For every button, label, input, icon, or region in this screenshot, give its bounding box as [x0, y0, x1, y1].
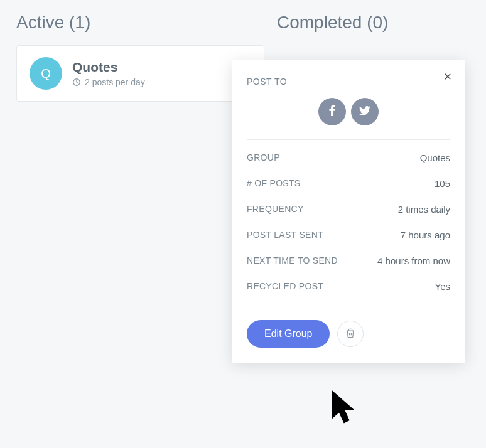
- card-subtitle: 2 posts per day: [72, 77, 145, 87]
- card-title: Quotes: [72, 60, 145, 75]
- detail-row-posts: # OF POSTS 105: [247, 171, 450, 196]
- active-header: Active (1): [16, 13, 264, 33]
- detail-label: # OF POSTS: [247, 178, 300, 188]
- actions-row: Edit Group: [247, 306, 450, 348]
- group-card[interactable]: Q Quotes 2 posts per day: [16, 45, 264, 102]
- facebook-button[interactable]: [318, 98, 346, 125]
- detail-label: POST LAST SENT: [247, 230, 323, 240]
- twitter-button[interactable]: [351, 98, 379, 125]
- post-to-label: POST TO: [247, 77, 450, 87]
- detail-value: 7 hours ago: [401, 230, 450, 240]
- detail-value: 105: [435, 178, 450, 189]
- detail-label: GROUP: [247, 152, 280, 163]
- close-button[interactable]: [443, 72, 453, 84]
- detail-list: GROUP Quotes # OF POSTS 105 FREQUENCY 2 …: [247, 140, 450, 306]
- detail-row-recycled: RECYCLED POST Yes: [247, 274, 450, 299]
- completed-header: Completed (0): [277, 13, 470, 33]
- twitter-icon: [359, 106, 370, 118]
- detail-value: Quotes: [420, 152, 450, 163]
- edit-group-button[interactable]: Edit Group: [247, 320, 330, 348]
- detail-label: RECYCLED POST: [247, 281, 323, 291]
- detail-row-group: GROUP Quotes: [247, 145, 450, 171]
- detail-label: FREQUENCY: [247, 204, 304, 214]
- detail-value: 2 times daily: [398, 204, 450, 215]
- group-detail-popup: POST TO GROUP Quotes # OF POSTS 105: [232, 60, 465, 363]
- clock-icon: [72, 78, 81, 87]
- card-subtitle-text: 2 posts per day: [85, 77, 145, 87]
- delete-button[interactable]: [337, 321, 364, 347]
- facebook-icon: [329, 105, 335, 119]
- social-row: [247, 98, 450, 125]
- avatar: Q: [30, 57, 62, 90]
- detail-label: NEXT TIME TO SEND: [247, 255, 338, 265]
- detail-row-next-send: NEXT TIME TO SEND 4 hours from now: [247, 248, 450, 274]
- cursor-icon: [331, 390, 357, 429]
- detail-value: 4 hours from now: [377, 255, 450, 266]
- detail-row-last-sent: POST LAST SENT 7 hours ago: [247, 222, 450, 248]
- trash-icon: [345, 328, 355, 340]
- active-column: Active (1) Q Quotes 2 posts per day: [16, 13, 264, 102]
- detail-value: Yes: [435, 281, 450, 292]
- detail-row-frequency: FREQUENCY 2 times daily: [247, 196, 450, 222]
- card-content: Quotes 2 posts per day: [72, 60, 145, 87]
